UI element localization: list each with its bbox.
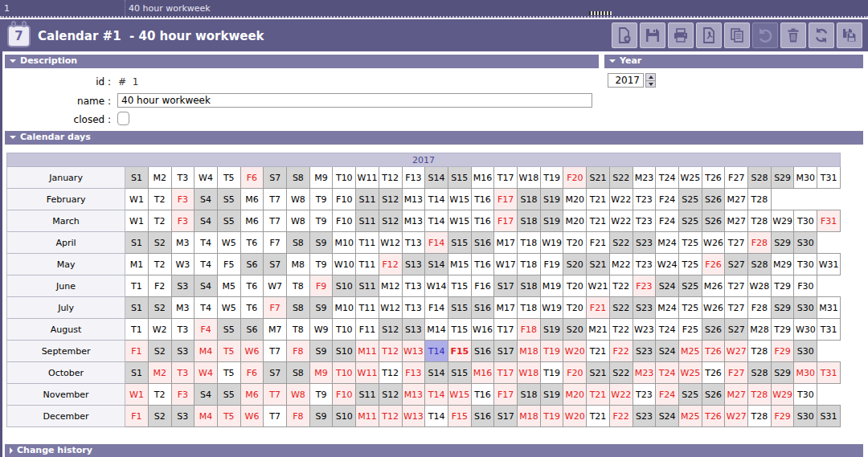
day-cell[interactable]: M4 [194,341,218,362]
day-cell[interactable]: T2 [148,189,171,210]
day-cell[interactable]: M18 [518,341,541,362]
day-cell[interactable]: S3 [171,341,194,362]
day-cell[interactable]: M5 [217,275,240,297]
day-cell[interactable]: S19 [540,189,563,210]
day-cell[interactable]: F27 [725,362,748,384]
day-cell[interactable]: T25 [678,254,702,275]
day-cell[interactable]: M8 [287,254,310,275]
day-cell[interactable]: T7 [264,189,287,210]
day-cell[interactable]: F20 [563,167,587,189]
day-cell[interactable]: T19 [540,341,563,362]
day-cell[interactable]: S23 [633,232,656,254]
day-cell[interactable]: T20 [563,232,587,254]
day-cell[interactable]: T14 [425,406,448,427]
day-cell[interactable]: S19 [540,319,563,341]
day-cell[interactable]: T16 [471,189,494,210]
day-cell[interactable]: F21 [587,297,610,319]
day-cell[interactable]: F1 [125,406,149,427]
day-cell[interactable]: M27 [725,210,748,232]
day-cell[interactable]: F26 [702,254,725,275]
save-button[interactable] [640,22,665,48]
day-cell[interactable]: S5 [217,384,240,406]
day-cell[interactable]: W13 [402,341,425,362]
day-cell[interactable]: S15 [448,297,471,319]
day-cell[interactable]: T9 [309,384,333,406]
day-cell[interactable]: S2 [148,406,171,427]
year-input[interactable] [608,73,644,88]
day-cell[interactable]: S8 [287,167,310,189]
day-cell[interactable]: S29 [771,362,794,384]
day-cell[interactable]: S3 [171,275,194,297]
day-cell[interactable]: F23 [633,275,656,297]
day-cell[interactable]: T28 [748,341,772,362]
day-cell[interactable]: T18 [518,232,541,254]
day-cell[interactable]: W22 [609,210,633,232]
day-cell[interactable]: F14 [425,297,448,319]
day-cell[interactable]: T16 [471,210,494,232]
day-cell[interactable]: W15 [448,189,471,210]
day-cell[interactable]: W4 [194,362,218,384]
day-cell[interactable]: S7 [264,167,287,189]
day-cell[interactable]: S19 [540,210,563,232]
day-cell[interactable]: T1 [125,319,149,341]
day-cell[interactable]: T8 [287,319,310,341]
day-cell[interactable]: W22 [609,384,633,406]
day-cell[interactable]: S26 [702,319,725,341]
year-spin-up-button[interactable] [645,73,656,80]
day-cell[interactable]: W21 [587,275,610,297]
day-cell[interactable]: S26 [702,210,725,232]
day-cell[interactable]: W2 [148,319,171,341]
day-cell[interactable]: T30 [794,254,817,275]
day-cell[interactable]: F24 [656,189,679,210]
day-cell[interactable]: F25 [678,319,702,341]
day-cell[interactable]: F13 [402,362,425,384]
day-cell[interactable]: S12 [379,189,402,210]
day-cell[interactable]: F10 [333,189,356,210]
day-cell[interactable]: T7 [264,210,287,232]
day-cell[interactable]: W5 [217,232,240,254]
day-cell[interactable]: W5 [217,297,240,319]
day-cell[interactable]: W22 [609,189,633,210]
day-cell[interactable]: F27 [725,167,748,189]
day-cell[interactable]: W29 [771,210,794,232]
day-cell[interactable]: F15 [448,341,471,362]
day-cell[interactable]: T16 [471,254,494,275]
day-cell[interactable]: T29 [771,275,794,297]
day-cell[interactable]: F20 [563,362,587,384]
section-header-calendar-days[interactable]: Calendar days [5,131,863,145]
day-cell[interactable]: T3 [171,167,194,189]
day-cell[interactable]: S25 [678,384,702,406]
day-cell[interactable]: M13 [402,210,425,232]
day-cell[interactable]: T19 [540,362,563,384]
day-cell[interactable]: S26 [702,189,725,210]
day-cell[interactable]: S21 [587,167,610,189]
day-cell[interactable]: F3 [171,384,194,406]
day-cell[interactable]: S13 [402,254,425,275]
day-cell[interactable]: M13 [402,189,425,210]
day-cell[interactable]: T26 [702,406,725,427]
day-cell[interactable]: S5 [217,319,240,341]
day-cell[interactable]: M15 [448,254,471,275]
day-cell[interactable]: W14 [425,275,448,297]
day-cell[interactable]: M20 [563,189,587,210]
day-cell[interactable]: S16 [471,406,494,427]
day-cell[interactable]: F10 [333,384,356,406]
day-cell[interactable]: S29 [771,232,794,254]
day-cell[interactable]: S24 [656,406,679,427]
day-cell[interactable]: W11 [356,167,379,189]
day-cell[interactable]: W8 [287,210,310,232]
day-cell[interactable]: M21 [587,319,610,341]
day-cell[interactable]: S30 [794,297,817,319]
day-cell[interactable]: S23 [633,406,656,427]
day-cell[interactable]: S18 [518,275,541,297]
day-cell[interactable]: S16 [471,297,494,319]
day-cell[interactable]: F30 [794,275,817,297]
day-cell[interactable]: T28 [748,210,772,232]
day-cell[interactable]: W24 [656,254,679,275]
day-cell[interactable]: S5 [217,210,240,232]
day-cell[interactable]: S5 [217,189,240,210]
day-cell[interactable]: T5 [217,406,240,427]
day-cell[interactable]: T12 [379,341,402,362]
day-cell[interactable]: T23 [633,254,656,275]
copy-button[interactable] [724,22,750,48]
